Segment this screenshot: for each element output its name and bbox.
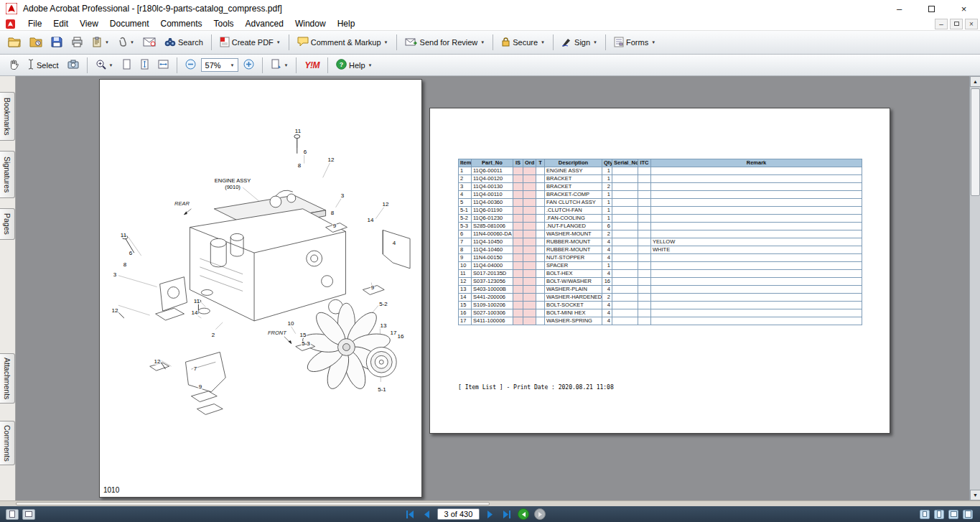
tab-signatures[interactable]: Signatures (0, 151, 15, 198)
single-page-view-button[interactable] (920, 510, 930, 519)
table-row[interactable]: 1011Q4-04000SPACER1 (459, 262, 862, 270)
tab-comments[interactable]: Comments (0, 421, 15, 465)
table-row[interactable]: 13S403-10000BWASHER-PLAIN4 (459, 286, 862, 294)
search-button[interactable]: Search (161, 33, 207, 52)
minimize-button[interactable]: – (883, 0, 915, 17)
hand-tool-button[interactable] (4, 56, 22, 75)
table-row[interactable]: 17S411-100006WASHER-SPRING4 (459, 317, 862, 325)
next-page-button[interactable] (485, 508, 496, 520)
table-cell: WASHER-PLAIN (545, 286, 602, 294)
table-row[interactable]: 711Q4-10450RUBBER-MOUNT4YELLOW (459, 238, 862, 246)
menu-file[interactable]: File (22, 19, 47, 29)
organizer-button[interactable] (26, 33, 46, 52)
diagram-callout: 6 (303, 149, 307, 155)
table-row[interactable]: 911N4-00150NUT-STOPPER4 (459, 254, 862, 262)
attach-button[interactable]: ▼ (114, 33, 138, 52)
forms-label: Forms (626, 38, 648, 47)
tab-attachments[interactable]: Attachments (0, 353, 15, 404)
menu-advanced[interactable]: Advanced (240, 19, 289, 29)
tab-bookmarks[interactable]: Bookmarks (0, 92, 15, 141)
snapshot-button[interactable] (64, 56, 83, 75)
menu-document[interactable]: Document (104, 19, 155, 29)
open-button[interactable] (4, 33, 24, 52)
create-pdf-button[interactable]: Create PDF ▼ (216, 33, 284, 52)
scroll-down-button[interactable]: ▼ (970, 490, 980, 500)
select-tool-button[interactable]: Select (24, 56, 62, 75)
menu-help[interactable]: Help (332, 19, 361, 29)
table-row[interactable]: 211Q4-00120BRACKET1 (459, 175, 862, 183)
previous-view-button[interactable] (518, 508, 529, 520)
next-view-button[interactable] (534, 508, 546, 520)
table-row[interactable]: 5-211Q6-01230.FAN-COOLING1 (459, 215, 862, 223)
comment-markup-button[interactable]: Comment & Markup ▼ (294, 33, 392, 52)
doc-close-button[interactable]: × (965, 19, 978, 29)
sign-button[interactable]: Sign ▼ (558, 33, 601, 52)
print-button[interactable] (67, 33, 87, 52)
table-row[interactable]: 16S027-100306BOLT-MINI HEX4 (459, 309, 862, 317)
vertical-scrollbar[interactable]: ▲ ▼ (969, 76, 980, 500)
doc-minimize-button[interactable]: – (935, 19, 948, 29)
zoom-out-button[interactable] (182, 56, 200, 75)
menu-tools[interactable]: Tools (208, 19, 240, 29)
two-up-continuous-view-button[interactable] (963, 510, 973, 519)
scrollbar-thumb[interactable] (971, 88, 980, 196)
previous-page-button[interactable] (421, 508, 432, 520)
menu-view[interactable]: View (74, 19, 104, 29)
page-indicator[interactable]: 3 of 430 (437, 508, 480, 520)
table-row[interactable]: 12S037-123056BOLT-W/WASHER16 (459, 278, 862, 286)
tab-pages[interactable]: Pages (0, 208, 15, 240)
fit-width-button[interactable] (154, 56, 172, 75)
menu-edit[interactable]: Edit (47, 19, 74, 29)
page-display-button[interactable]: ▼ (267, 56, 292, 75)
table-row[interactable]: 5-111Q6-01190.CLUTCH-FAN1 (459, 207, 862, 215)
table-row[interactable]: 511Q4-00360FAN CLUTCH ASSY1 (459, 199, 862, 207)
scroll-up-button[interactable]: ▲ (970, 76, 980, 87)
table-row[interactable]: 14S441-200006WASHER-HARDENED2 (459, 294, 862, 302)
secure-button[interactable]: Secure ▼ (498, 33, 549, 52)
email-button[interactable] (139, 33, 159, 52)
table-cell (638, 167, 651, 175)
tile-view-icon[interactable] (22, 509, 35, 520)
table-row[interactable]: 311Q4-00130BRACKET2 (459, 183, 862, 191)
menu-comments[interactable]: Comments (155, 19, 208, 29)
maximize-button[interactable] (915, 0, 948, 17)
copy-button[interactable]: ▼ (88, 33, 113, 52)
table-row[interactable]: 611N4-00060-DAWASHER-MOUNT2 (459, 230, 862, 238)
table-cell (638, 199, 651, 207)
last-page-button[interactable] (501, 508, 513, 520)
help-button[interactable]: ? Help ▼ (332, 56, 376, 75)
menu-window[interactable]: Window (289, 19, 332, 29)
continuous-view-button[interactable] (934, 510, 944, 519)
table-row[interactable]: 111Q6-00011ENGINE ASSY1 (459, 167, 862, 175)
first-page-button[interactable] (404, 508, 416, 520)
dropdown-caret-icon[interactable]: ▼ (230, 63, 235, 67)
table-row[interactable]: 811Q4-10460RUBBER-MOUNT4WHITE (459, 246, 862, 254)
toolbar-separator (211, 34, 212, 50)
fit-page-button[interactable] (136, 56, 153, 75)
ym-button[interactable]: Y!M (301, 56, 323, 75)
table-cell: BOLT-W/WASHER (545, 278, 602, 286)
table-cell: 11Q6-00011 (472, 167, 513, 175)
document-area[interactable]: ENGINE ASSY (9010) REAR FRONT 1168123812… (16, 76, 980, 500)
table-row[interactable]: 411Q4-00110BRACKET-COMP1 (459, 191, 862, 199)
horizontal-scrollbar-thumb[interactable] (16, 502, 490, 505)
two-up-view-button[interactable] (948, 510, 958, 519)
table-cell (651, 294, 862, 302)
table-cell (638, 278, 651, 286)
actual-size-button[interactable] (118, 56, 135, 75)
horizontal-scrollbar[interactable] (0, 500, 980, 506)
forms-button[interactable]: Forms ▼ (610, 33, 659, 52)
table-row[interactable]: 15S109-100206BOLT-SOCKET4 (459, 302, 862, 309)
zoom-in-button[interactable] (240, 56, 258, 75)
zoom-tool-button[interactable]: ▼ (92, 56, 117, 75)
doc-restore-button[interactable] (950, 19, 963, 29)
table-row[interactable]: 5-3S285-081006.NUT-FLANGED6 (459, 223, 862, 230)
page-size-indicator-icon[interactable] (6, 509, 19, 520)
save-button[interactable] (47, 33, 66, 52)
close-button[interactable]: × (948, 0, 980, 17)
zoom-level-input[interactable] (205, 61, 230, 70)
table-cell (536, 230, 545, 238)
zoom-level-box[interactable]: ▼ (201, 58, 238, 72)
table-row[interactable]: 11S017-20135DBOLT-HEX4 (459, 270, 862, 278)
send-for-review-button[interactable]: Send for Review ▼ (401, 33, 489, 52)
